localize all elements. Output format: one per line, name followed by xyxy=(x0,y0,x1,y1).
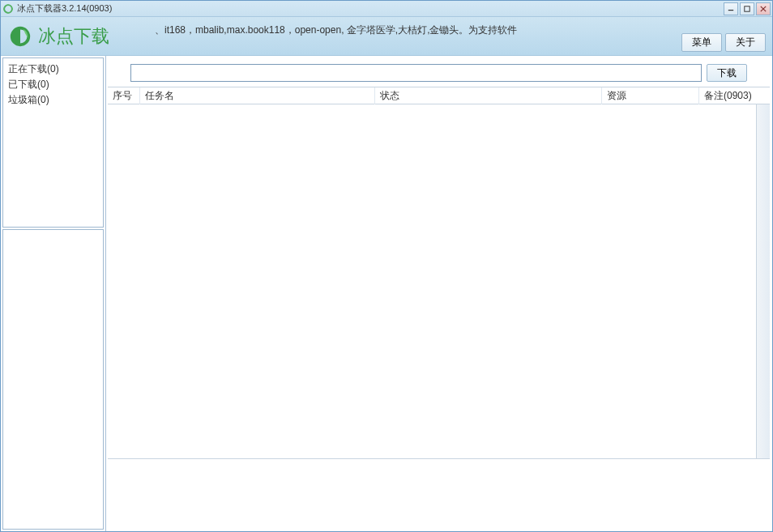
column-header-remark[interactable]: 备注(0903) xyxy=(699,87,770,104)
content-area: 正在下载(0) 已下载(0) 垃圾箱(0) 下载 序号 任务名 状态 资源 备注… xyxy=(1,56,772,531)
sidebar-item-downloading[interactable]: 正在下载(0) xyxy=(8,62,98,77)
sidebar: 正在下载(0) 已下载(0) 垃圾箱(0) xyxy=(1,56,106,531)
sidebar-item-downloaded[interactable]: 已下载(0) xyxy=(8,77,98,92)
maximize-button[interactable] xyxy=(740,2,754,15)
column-header-status[interactable]: 状态 xyxy=(375,87,602,104)
header-buttons: 菜单 关于 xyxy=(681,33,766,52)
logo-icon xyxy=(7,23,33,49)
logo-section: 冰点下载 xyxy=(7,23,109,49)
app-icon xyxy=(2,3,14,15)
column-header-resource[interactable]: 资源 xyxy=(602,87,699,104)
app-name: 冰点下载 xyxy=(38,24,109,49)
titlebar: 冰点下载器3.2.14(0903) xyxy=(1,1,772,17)
minimize-button[interactable] xyxy=(724,2,738,15)
menu-button[interactable]: 菜单 xyxy=(681,33,722,52)
header-bar: 冰点下载 、it168，mbalib,max.book118，open-open… xyxy=(1,17,772,56)
window-controls xyxy=(724,2,771,15)
url-bar: 下载 xyxy=(108,61,770,87)
svg-rect-3 xyxy=(745,6,750,11)
table-header: 序号 任务名 状态 资源 备注(0903) xyxy=(108,87,770,104)
window-title: 冰点下载器3.2.14(0903) xyxy=(17,2,724,15)
close-button[interactable] xyxy=(756,2,771,15)
table-body xyxy=(108,104,770,459)
sidebar-item-trash[interactable]: 垃圾箱(0) xyxy=(8,92,98,108)
sidebar-lower-panel xyxy=(2,229,104,530)
column-header-taskname[interactable]: 任务名 xyxy=(140,87,375,104)
download-button[interactable]: 下载 xyxy=(707,64,747,82)
sidebar-category-panel: 正在下载(0) 已下载(0) 垃圾箱(0) xyxy=(2,57,104,228)
about-button[interactable]: 关于 xyxy=(725,33,766,52)
main-panel: 下载 序号 任务名 状态 资源 备注(0903) xyxy=(106,56,772,531)
ticker-text: 、it168，mbalib,max.book118，open-open, 金字塔… xyxy=(155,23,517,37)
column-header-number[interactable]: 序号 xyxy=(108,87,140,104)
url-input[interactable] xyxy=(130,64,702,82)
task-table: 序号 任务名 状态 资源 备注(0903) xyxy=(108,87,770,459)
svg-point-1 xyxy=(4,5,12,13)
